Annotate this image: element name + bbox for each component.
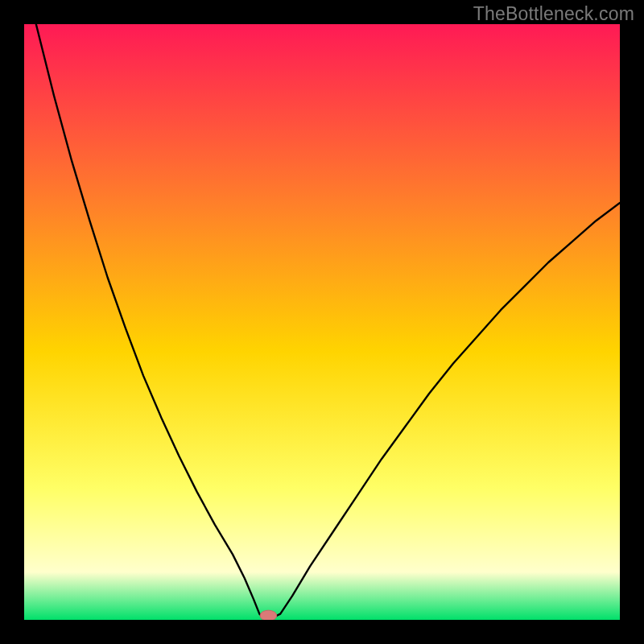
plot-frame [24, 24, 620, 620]
watermark-text: TheBottleneck.com [473, 3, 634, 25]
gradient-background [24, 24, 620, 620]
bottleneck-chart [24, 24, 620, 620]
minimum-marker [260, 610, 277, 620]
